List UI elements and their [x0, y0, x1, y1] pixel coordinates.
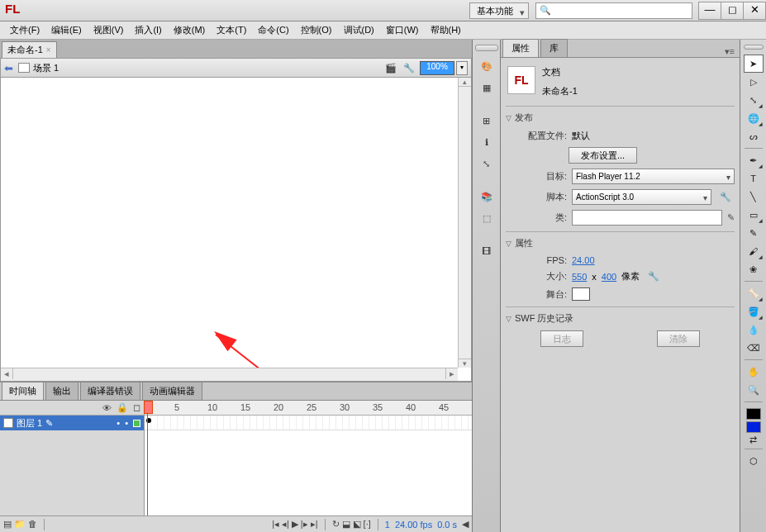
eyedropper-tool[interactable]: 💧: [744, 321, 764, 339]
eye-icon[interactable]: 👁: [102, 403, 112, 413]
bone-tool[interactable]: 🦴◢: [744, 284, 764, 302]
new-layer-icon[interactable]: ▤: [3, 519, 12, 530]
script-dropdown[interactable]: ActionScript 3.0: [572, 189, 711, 205]
menu-window[interactable]: 窗口(W): [381, 22, 424, 38]
delete-layer-icon[interactable]: 🗑: [28, 519, 37, 530]
swatches-panel-icon[interactable]: ▦: [476, 78, 497, 97]
transform-panel-icon[interactable]: ⤡: [476, 154, 497, 173]
components-panel-icon[interactable]: ⬚: [476, 208, 497, 228]
search-input[interactable]: 🔍: [535, 2, 692, 19]
script-settings-icon[interactable]: 🔧: [716, 192, 735, 202]
menu-edit[interactable]: 编辑(E): [46, 22, 87, 38]
3d-rotation-tool[interactable]: 🌐◢: [744, 109, 764, 127]
rectangle-tool[interactable]: ▭◢: [744, 206, 764, 224]
menu-text[interactable]: 文本(T): [212, 22, 251, 38]
publish-section-header[interactable]: ▽发布: [506, 110, 735, 127]
scroll-left-icon[interactable]: ◀: [462, 519, 469, 530]
lasso-tool[interactable]: ᔕ: [744, 127, 764, 145]
fill-color-swatch[interactable]: [746, 421, 761, 433]
menu-insert[interactable]: 插入(I): [130, 22, 166, 38]
layer-outline-swatch[interactable]: [133, 420, 140, 427]
back-arrow-icon[interactable]: ⬅: [4, 62, 13, 74]
menu-commands[interactable]: 命令(C): [253, 22, 293, 38]
menu-debug[interactable]: 调试(D): [339, 22, 379, 38]
goto-last-icon[interactable]: ▸|: [311, 519, 318, 530]
menu-help[interactable]: 帮助(H): [426, 22, 466, 38]
motion-presets-icon[interactable]: 🎞: [476, 241, 497, 261]
layer-row[interactable]: 图层 1 ✎ • •: [0, 416, 144, 430]
menu-modify[interactable]: 修改(M): [169, 22, 211, 38]
hand-tool[interactable]: ✋: [744, 363, 764, 381]
step-back-icon[interactable]: ◂|: [282, 519, 289, 530]
menu-control[interactable]: 控制(O): [296, 22, 337, 38]
code-snippets-icon[interactable]: 📚: [476, 187, 497, 207]
stage-color-swatch[interactable]: [572, 287, 590, 301]
tab-output[interactable]: 输出: [45, 382, 79, 400]
props-section-header[interactable]: ▽属性: [506, 235, 735, 253]
maximize-button[interactable]: ◻: [721, 2, 744, 20]
target-dropdown[interactable]: Flash Player 11.2: [572, 169, 735, 184]
outline-icon[interactable]: ◻: [133, 402, 140, 413]
loop-icon[interactable]: ↻: [332, 519, 340, 530]
fps-value[interactable]: 24.00: [572, 255, 595, 265]
current-frame[interactable]: 1: [385, 520, 390, 530]
stage-hscrollbar[interactable]: [1, 368, 458, 381]
stage-vscrollbar[interactable]: [458, 78, 471, 368]
color-panel-icon[interactable]: 🎨: [476, 56, 497, 76]
free-transform-tool[interactable]: ⤡◢: [744, 91, 764, 109]
deco-tool[interactable]: ❀: [744, 260, 764, 278]
pencil-tool[interactable]: ✎: [744, 224, 764, 242]
step-fwd-icon[interactable]: |▸: [301, 519, 308, 530]
class-input[interactable]: [572, 210, 722, 226]
menu-view[interactable]: 视图(V): [88, 22, 129, 38]
fps-display[interactable]: 24.00 fps: [395, 520, 432, 530]
lock-icon[interactable]: 🔒: [117, 402, 128, 413]
onion-outline-icon[interactable]: ⬕: [353, 519, 361, 530]
publish-settings-button[interactable]: 发布设置...: [569, 147, 637, 164]
tab-compiler-errors[interactable]: 编译器错误: [80, 382, 140, 400]
tab-library[interactable]: 库: [540, 39, 568, 57]
swap-colors-icon[interactable]: ⇄: [744, 433, 764, 446]
snap-to-objects-icon[interactable]: ⬡: [744, 452, 764, 470]
goto-first-icon[interactable]: |◂: [272, 519, 279, 530]
close-button[interactable]: ✕: [743, 2, 766, 20]
layer-visible-dot[interactable]: •: [117, 418, 120, 428]
selection-tool[interactable]: ➤: [744, 55, 764, 73]
clear-button[interactable]: 清除: [657, 330, 700, 347]
swf-section-header[interactable]: ▽SWF 历史记录: [506, 311, 735, 328]
edit-multiple-icon[interactable]: [·]: [364, 519, 371, 530]
brush-tool[interactable]: 🖌◢: [744, 242, 764, 260]
width-value[interactable]: 550: [572, 272, 587, 282]
pen-tool[interactable]: ✒◢: [744, 151, 764, 169]
stroke-color-swatch[interactable]: [746, 408, 761, 420]
stage[interactable]: [0, 78, 472, 382]
tools-handle[interactable]: [744, 45, 764, 50]
panel-menu-icon[interactable]: ▾≡: [720, 46, 740, 57]
info-panel-icon[interactable]: ℹ: [476, 132, 497, 152]
playhead[interactable]: [147, 401, 148, 515]
play-icon[interactable]: ▶: [292, 519, 298, 530]
search-field[interactable]: [554, 6, 692, 16]
log-button[interactable]: 日志: [540, 330, 583, 347]
minimize-button[interactable]: —: [698, 2, 721, 20]
text-tool[interactable]: T: [744, 169, 764, 188]
dock-handle[interactable]: [475, 45, 498, 51]
document-tab[interactable]: 未命名-1 ×: [2, 41, 57, 58]
close-tab-icon[interactable]: ×: [46, 45, 51, 55]
zoom-dropdown[interactable]: ▾: [456, 61, 468, 75]
new-folder-icon[interactable]: 📁: [14, 519, 26, 530]
zoom-tool[interactable]: 🔍: [744, 381, 764, 399]
zoom-input[interactable]: 100%: [420, 61, 454, 75]
tab-properties[interactable]: 属性: [502, 39, 539, 57]
tab-motion-editor[interactable]: 动画编辑器: [142, 382, 202, 400]
paint-bucket-tool[interactable]: 🪣◢: [744, 302, 764, 321]
menu-file[interactable]: 文件(F): [5, 22, 45, 38]
frames-area[interactable]: 1 5 10 15 20 25 30 35 40 45: [145, 401, 472, 515]
layer-lock-dot[interactable]: •: [125, 418, 128, 428]
size-settings-icon[interactable]: 🔧: [645, 271, 663, 282]
eraser-tool[interactable]: ⌫: [744, 339, 764, 357]
align-panel-icon[interactable]: ⊞: [476, 111, 497, 131]
frame-ruler[interactable]: 1 5 10 15 20 25 30 35 40 45: [145, 401, 472, 416]
line-tool[interactable]: ╲: [744, 188, 764, 206]
subselection-tool[interactable]: ▷: [744, 73, 764, 91]
